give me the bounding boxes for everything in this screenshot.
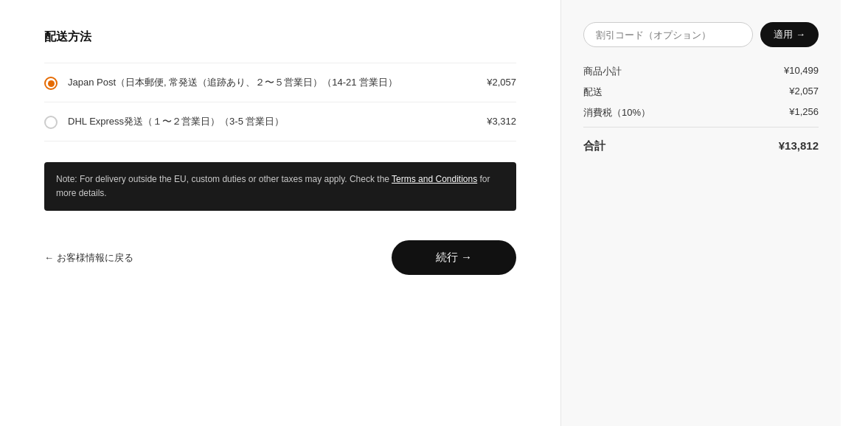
radio-2[interactable] [44, 116, 58, 129]
shipping-price-1: ¥2,057 [487, 75, 516, 88]
shipping-value: ¥2,057 [789, 85, 819, 99]
tax-label: 消費税（10%） [583, 106, 650, 119]
apply-button[interactable]: 適用 → [760, 22, 819, 47]
back-link[interactable]: ← お客様情報に戻る [44, 251, 133, 265]
shipping-name-1: Japan Post（日本郵便, 常発送（追跡あり、２〜５営業日）（14-21 … [68, 77, 397, 88]
subtotal-value: ¥10,499 [784, 65, 819, 78]
coupon-row: 適用 → [583, 22, 819, 47]
shipping-option-2[interactable]: DHL Express発送（１〜２営業日）（3-5 営業日） ¥3,312 [44, 102, 516, 142]
notice-text-before: Note: For delivery outside the EU, custo… [56, 174, 392, 184]
total-value: ¥13,812 [779, 139, 819, 153]
shipping-label: 配送 [583, 85, 603, 99]
radio-1[interactable] [44, 77, 58, 90]
notice-box: Note: For delivery outside the EU, custo… [44, 162, 516, 211]
radio-inner-1 [48, 80, 55, 87]
total-label: 合計 [583, 139, 605, 153]
left-panel: 配送方法 Japan Post（日本郵便, 常発送（追跡あり、２〜５営業日）（1… [0, 0, 560, 426]
shipping-info-2: DHL Express発送（１〜２営業日）（3-5 営業日） [68, 114, 476, 129]
shipping-info-1: Japan Post（日本郵便, 常発送（追跡あり、２〜５営業日）（14-21 … [68, 75, 476, 90]
tax-value: ¥1,256 [789, 106, 819, 119]
subtotal-label: 商品小計 [583, 65, 622, 78]
shipping-name-2: DHL Express発送（１〜２営業日）（3-5 営業日） [68, 116, 285, 127]
footer-nav: ← お客様情報に戻る 続行 → [44, 240, 516, 275]
right-panel: 適用 → 商品小計 ¥10,499 配送 ¥2,057 消費税（10%） ¥1,… [560, 0, 841, 426]
coupon-input[interactable] [583, 22, 753, 47]
shipping-row: 配送 ¥2,057 [583, 85, 819, 99]
subtotal-row: 商品小計 ¥10,499 [583, 65, 819, 78]
radio-btn-1[interactable] [44, 77, 58, 90]
shipping-option-1[interactable]: Japan Post（日本郵便, 常発送（追跡あり、２〜５営業日）（14-21 … [44, 63, 516, 102]
continue-button[interactable]: 続行 → [392, 240, 516, 275]
section-title: 配送方法 [44, 29, 516, 45]
total-row: 合計 ¥13,812 [583, 139, 819, 153]
terms-link[interactable]: Terms and Conditions [392, 174, 477, 184]
page-container: 配送方法 Japan Post（日本郵便, 常発送（追跡あり、２〜５営業日）（1… [0, 0, 868, 426]
tax-row: 消費税（10%） ¥1,256 [583, 106, 819, 119]
summary-divider [583, 127, 819, 128]
radio-btn-2[interactable] [44, 116, 58, 129]
shipping-price-2: ¥3,312 [487, 114, 516, 127]
